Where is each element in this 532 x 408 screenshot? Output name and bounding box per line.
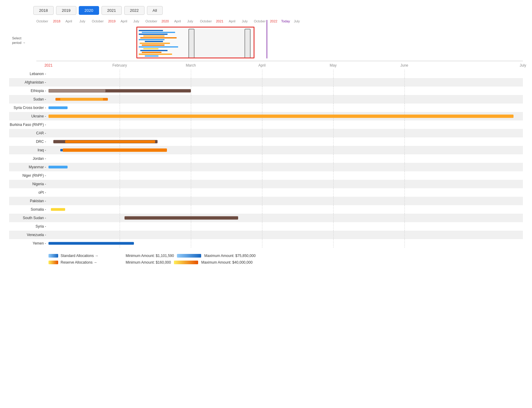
row-label: Somalia - bbox=[9, 207, 48, 212]
vline bbox=[191, 70, 191, 78]
svg-rect-5 bbox=[139, 39, 165, 40]
vline bbox=[262, 146, 262, 154]
vline bbox=[191, 180, 191, 188]
svg-rect-14 bbox=[145, 55, 158, 57]
mini-label-april: April bbox=[65, 19, 72, 23]
row-bars bbox=[48, 205, 523, 214]
vline bbox=[333, 137, 334, 146]
select-period-label: Selectperiod → bbox=[12, 36, 26, 45]
row-bars bbox=[48, 222, 523, 231]
row-label: Lebanon - bbox=[9, 72, 48, 76]
vline bbox=[191, 137, 191, 146]
vline bbox=[333, 78, 334, 87]
year-btn-2019[interactable]: 2019 bbox=[56, 6, 76, 15]
row-bars bbox=[48, 197, 523, 205]
svg-rect-17 bbox=[194, 29, 245, 58]
row-label: Ethiopia - bbox=[9, 89, 48, 93]
row-label: Sudan - bbox=[9, 97, 48, 101]
vline bbox=[404, 205, 405, 214]
mini-chart-wrapper[interactable] bbox=[36, 27, 523, 58]
standard-color-legend bbox=[48, 254, 58, 258]
vline bbox=[191, 197, 191, 205]
vline bbox=[333, 171, 334, 180]
row-bars bbox=[48, 214, 523, 222]
vline bbox=[404, 197, 405, 205]
row-bars bbox=[48, 188, 523, 197]
vline bbox=[120, 154, 120, 163]
vline bbox=[262, 205, 262, 214]
mini-label-july: July bbox=[79, 19, 85, 23]
gantt-header-2021: 2021 bbox=[45, 63, 53, 67]
gantt-row: Syria - bbox=[9, 222, 523, 231]
vline bbox=[404, 180, 405, 188]
row-bars bbox=[48, 87, 523, 95]
row-label: Syria - bbox=[9, 224, 48, 229]
row-label: South Sudan - bbox=[9, 216, 48, 220]
year-btn-2022[interactable]: 2022 bbox=[124, 6, 145, 15]
mini-selection-box[interactable] bbox=[136, 27, 254, 58]
vline bbox=[262, 70, 262, 78]
row-label: Nigeria - bbox=[9, 182, 48, 186]
vline bbox=[404, 239, 405, 248]
row-bars bbox=[48, 70, 523, 78]
row-bars bbox=[48, 129, 523, 137]
vline bbox=[120, 231, 120, 239]
gantt-row: Nigeria - bbox=[9, 180, 523, 188]
row-label: Afghanistan - bbox=[9, 80, 48, 84]
gantt-header-march: March bbox=[186, 63, 196, 67]
year-btn-2018[interactable]: 2018 bbox=[33, 6, 54, 15]
vline bbox=[191, 95, 191, 104]
row-bars bbox=[48, 120, 523, 129]
vline bbox=[333, 154, 334, 163]
reserve-color-legend bbox=[48, 261, 58, 264]
row-label: Pakistan - bbox=[9, 199, 48, 203]
year-btn-all[interactable]: All bbox=[147, 6, 163, 15]
vline bbox=[333, 222, 334, 231]
mini-label-october: October bbox=[36, 19, 48, 23]
row-label: Niger (RhPF) - bbox=[9, 173, 48, 178]
row-label: Burkina Faso (RhPF) - bbox=[9, 123, 48, 127]
vline bbox=[404, 146, 405, 154]
std-min-label: Minimum Amount: $1,101,590 bbox=[126, 254, 174, 258]
gantt-header-july: July bbox=[520, 63, 526, 67]
vline bbox=[333, 239, 334, 248]
svg-rect-4 bbox=[140, 37, 177, 38]
vline bbox=[120, 188, 120, 197]
vline bbox=[120, 214, 120, 222]
vline bbox=[262, 154, 262, 163]
svg-rect-2 bbox=[139, 34, 168, 35]
bar bbox=[125, 216, 238, 220]
mini-label-april: April bbox=[229, 19, 235, 23]
vline bbox=[262, 104, 262, 112]
gantt-row: oPt - bbox=[9, 188, 523, 197]
year-btn-2020[interactable]: 2020 bbox=[79, 6, 99, 15]
row-label: Syria Cross border - bbox=[9, 106, 48, 110]
row-bars bbox=[48, 146, 523, 154]
vline bbox=[191, 239, 191, 248]
mini-label-july: July bbox=[187, 19, 193, 23]
svg-rect-9 bbox=[139, 46, 178, 48]
vline bbox=[120, 120, 120, 129]
vline bbox=[191, 120, 191, 129]
vline bbox=[191, 231, 191, 239]
gantt-row: South Sudan - bbox=[9, 214, 523, 222]
gantt-row: Burkina Faso (RhPF) - bbox=[9, 120, 523, 129]
vline bbox=[262, 197, 262, 205]
gantt-row: Venezuela - bbox=[9, 231, 523, 239]
row-bars bbox=[48, 231, 523, 239]
mini-label-october: October bbox=[92, 19, 104, 23]
mini-label-july: July bbox=[294, 19, 300, 23]
vline bbox=[120, 171, 120, 180]
vline bbox=[333, 197, 334, 205]
row-bars bbox=[48, 104, 523, 112]
vline bbox=[262, 231, 262, 239]
vline bbox=[333, 205, 334, 214]
reserve-legend-label: Reserve Allocations → bbox=[61, 260, 97, 265]
gantt-row: Myanmar - bbox=[9, 163, 523, 171]
row-bars bbox=[48, 239, 523, 248]
year-btn-2021[interactable]: 2021 bbox=[101, 6, 122, 15]
svg-rect-3 bbox=[143, 35, 165, 37]
svg-rect-13 bbox=[139, 54, 172, 55]
year-buttons-row: 20182019202020212022All bbox=[9, 6, 523, 15]
vline bbox=[262, 214, 262, 222]
